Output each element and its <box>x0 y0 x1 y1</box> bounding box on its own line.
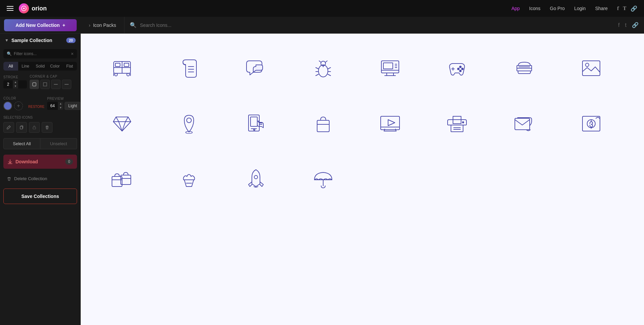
icon-cell-chat-phone[interactable] <box>228 96 284 151</box>
svg-rect-9 <box>115 63 120 67</box>
icon-cell-bus[interactable] <box>94 40 150 96</box>
style-tab-solid[interactable]: Solid <box>33 62 48 71</box>
stroke-down-button[interactable]: ▼ <box>13 84 18 88</box>
edit-icon-tool[interactable] <box>3 122 14 133</box>
download-count: 0 <box>65 159 73 165</box>
color-swatch[interactable] <box>3 101 12 110</box>
twitter-icon-right[interactable]: t <box>625 22 627 28</box>
svg-line-22 <box>326 61 327 62</box>
nav-link-app[interactable]: App <box>512 6 520 11</box>
hamburger-icon[interactable] <box>7 6 13 11</box>
icon-cell-gamepad[interactable] <box>429 40 485 96</box>
delete-collection-label: Delete Collection <box>14 176 47 181</box>
sub-nav-right: › Icon Packs 🔍 f t 🔗 <box>81 17 644 34</box>
icon-cell-image[interactable] <box>564 40 619 96</box>
icon-cell-scroll[interactable] <box>161 40 217 96</box>
icon-cell-umbrella[interactable] <box>295 151 351 207</box>
select-all-button[interactable]: Select All <box>3 138 40 149</box>
icon-cell-rocket[interactable] <box>228 151 284 207</box>
download-button[interactable]: Download 0 <box>3 155 77 169</box>
nav-link-icons[interactable]: Icons <box>529 6 540 11</box>
icon-cell-location[interactable] <box>161 96 217 151</box>
style-tab-all[interactable]: All <box>3 62 18 71</box>
style-tab-color[interactable]: Color <box>47 62 62 71</box>
icon-cell-video-player[interactable] <box>363 96 418 151</box>
preview-value-input[interactable] <box>47 104 58 108</box>
delete-collection-button[interactable]: Delete Collection <box>3 173 77 185</box>
chevron-right-icon: › <box>89 23 90 28</box>
icon-packs-tab[interactable]: › Icon Packs <box>81 17 124 34</box>
copy-icon-tool[interactable] <box>16 122 27 133</box>
svg-rect-75 <box>582 116 600 131</box>
facebook-icon[interactable]: 𝐟 <box>617 5 619 11</box>
delete-icon-tool[interactable] <box>42 122 52 133</box>
stroke-arrows: ▲ ▼ <box>13 80 18 88</box>
style-tab-flat[interactable]: Flat <box>62 62 77 71</box>
stroke-up-button[interactable]: ▲ <box>13 80 18 84</box>
add-collection-button[interactable]: Add New Collection + <box>4 19 77 31</box>
link-icon[interactable]: 🔗 <box>631 5 637 12</box>
svg-rect-61 <box>317 120 329 132</box>
svg-point-43 <box>458 68 459 70</box>
filter-clear-icon[interactable]: × <box>71 51 74 56</box>
corner-btn-4[interactable] <box>62 80 71 89</box>
unselect-button[interactable]: Unselect <box>40 138 77 149</box>
restore-label[interactable]: RESTORE <box>28 105 44 109</box>
svg-rect-6 <box>33 127 36 129</box>
svg-point-53 <box>187 118 191 123</box>
light-button[interactable]: Light <box>65 102 81 110</box>
stroke-row: STROKE ▲ ▼ CORNER & CAP <box>3 75 77 89</box>
color-label: COLOR <box>3 96 23 100</box>
nav-link-share[interactable]: Share <box>595 6 608 11</box>
collection-header[interactable]: ▼ Sample Collection 20 <box>0 34 80 47</box>
main-content: ▼ Sample Collection 20 🔍 × All Line Soli… <box>0 34 644 325</box>
stroke-value-input[interactable] <box>3 82 13 87</box>
corner-btn-2[interactable] <box>40 80 50 89</box>
twitter-icon[interactable]: 𝐓 <box>623 5 627 11</box>
nav-social: 𝐟 𝐓 🔗 <box>617 5 637 12</box>
facebook-icon-right[interactable]: f <box>618 22 619 28</box>
icon-cell-chat[interactable] <box>228 40 284 96</box>
add-collection-plus-icon: + <box>63 23 65 28</box>
filter-input[interactable] <box>14 51 69 56</box>
nav-link-gopro[interactable]: Go Pro <box>550 6 565 11</box>
save-collections-button[interactable]: Save Collections <box>3 189 77 204</box>
svg-point-13 <box>127 73 129 76</box>
logo-icon <box>19 3 29 13</box>
nav-link-login[interactable]: Login <box>574 6 585 11</box>
svg-line-28 <box>328 74 331 76</box>
icon-cell-money-back[interactable] <box>564 96 619 151</box>
svg-rect-2 <box>43 83 47 86</box>
corner-btn-1[interactable] <box>30 80 39 89</box>
icon-cell-shopping-bags[interactable] <box>94 151 150 207</box>
lock-icon-tool[interactable] <box>29 122 40 133</box>
icon-cell-burger[interactable] <box>496 40 552 96</box>
link-icon-right[interactable]: 🔗 <box>632 22 639 28</box>
svg-point-42 <box>462 68 463 70</box>
svg-rect-5 <box>20 126 23 129</box>
icon-cell-diamond[interactable] <box>94 96 150 151</box>
logo-text: orion <box>32 5 47 12</box>
svg-line-23 <box>316 68 318 69</box>
search-bar: 🔍 <box>124 22 613 28</box>
controls-section: STROKE ▲ ▼ CORNER & CAP <box>0 72 80 95</box>
preview-label: PREVIEW <box>47 97 81 100</box>
icon-cell-shopping-bag[interactable] <box>295 96 351 151</box>
add-color-button[interactable]: + <box>14 101 23 110</box>
icon-cell-printer[interactable] <box>429 96 485 151</box>
top-nav: orion App Icons Go Pro Login Share 𝐟 𝐓 🔗 <box>0 0 644 17</box>
search-input[interactable] <box>140 23 607 28</box>
icon-cell-cupcake[interactable] <box>161 151 217 207</box>
corner-btn-3[interactable] <box>51 80 61 89</box>
svg-rect-69 <box>451 125 463 132</box>
preview-down-button[interactable]: ▼ <box>58 106 63 110</box>
style-tab-line[interactable]: Line <box>18 62 33 71</box>
icon-cell-email[interactable] <box>496 96 552 151</box>
svg-point-12 <box>115 73 117 76</box>
icon-cell-monitor[interactable] <box>363 40 418 96</box>
preview-up-button[interactable]: ▲ <box>58 102 63 106</box>
social-icons-right: f t 🔗 <box>613 22 644 28</box>
icon-cell-bug[interactable] <box>295 40 351 96</box>
svg-point-49 <box>585 63 589 67</box>
svg-rect-1 <box>33 83 36 86</box>
